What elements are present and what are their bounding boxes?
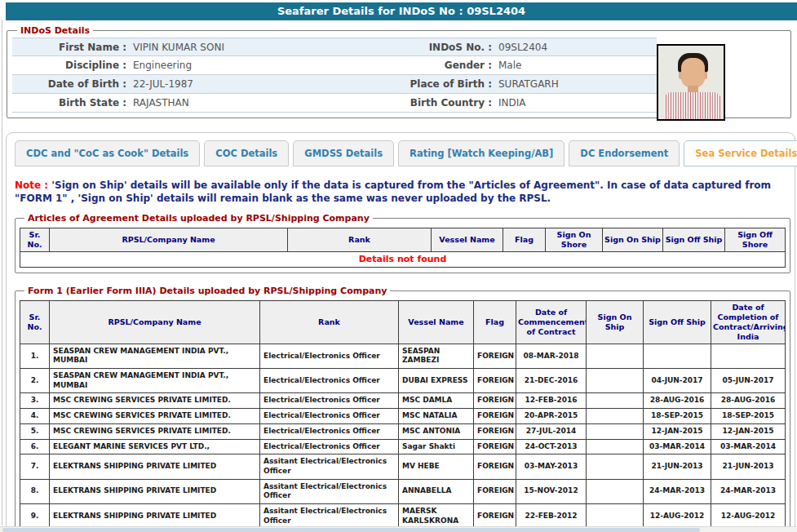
flag-cell: FOREIGN [474, 454, 516, 479]
sr-no-cell: 4. [20, 409, 50, 424]
company-cell: ELEGANT MARINE SERVICES PVT LTD., [50, 439, 260, 454]
indos-row: First Name : VIPIN KUMAR SONI INDoS No. … [12, 38, 657, 56]
indos-no-value: 09SL2404 [492, 42, 657, 53]
column-header: Flag [474, 301, 516, 344]
commencement-date-cell: 03-MAY-2013 [516, 454, 587, 479]
table-row: 2.SEASPAN CREW MANAGEMENT INDIA PVT., MU… [20, 369, 786, 393]
articles-table: Sr. No.RPSL/Company NameRankVessel NameF… [20, 228, 786, 268]
sr-no-cell: 2. [20, 369, 50, 393]
column-header: Flag [503, 228, 546, 252]
vessel-cell: Sagar Shakti [399, 439, 474, 454]
column-header: Rank [260, 301, 399, 344]
sign-off-ship-cell [644, 344, 711, 368]
tab-gmdss-details[interactable]: GMDSS Details [293, 140, 394, 166]
articles-of-agreement-fieldset: Articles of Agreement Details uploaded b… [15, 213, 790, 273]
flag-cell: FOREIGN [474, 409, 516, 424]
column-header: Date of Completion of Contract/Arriving … [711, 301, 786, 344]
scrollbar-thumb[interactable] [2, 528, 700, 532]
articles-legend: Articles of Agreement Details uploaded b… [24, 213, 373, 224]
commencement-date-cell: 21-DEC-2016 [516, 369, 587, 393]
discipline-label: Discipline : [12, 60, 126, 71]
completion-date-cell: 24-MAR-2013 [711, 479, 786, 503]
sign-on-ship-cell [587, 393, 644, 409]
gender-label: Gender : [396, 60, 492, 71]
birth-country-value: INDIA [492, 97, 657, 109]
flag-cell: FOREIGN [474, 344, 516, 368]
tab-cdc-and-coc-as-cook-details[interactable]: CDC and "CoC as Cook" Details [15, 140, 200, 166]
column-header: Rank [288, 228, 432, 252]
commencement-date-cell: 27-JUL-2014 [516, 423, 587, 439]
column-header: Vessel Name [399, 301, 474, 344]
tab-coc-details[interactable]: COC Details [204, 140, 289, 166]
sign-off-ship-cell: 28-AUG-2016 [644, 393, 711, 409]
seafarer-photo [657, 44, 725, 121]
tab-strip: CDC and "CoC as Cook" DetailsCOC Details… [7, 140, 795, 166]
page-left-border [2, 20, 2, 525]
indos-details-legend: INDoS Details [17, 25, 93, 36]
sign-off-ship-cell: 21-JUN-2013 [644, 454, 711, 479]
first-name-value: VIPIN KUMAR SONI [126, 42, 396, 53]
completion-date-cell: 03-MAR-2014 [711, 439, 786, 454]
date-of-birth-value: 22-JUL-1987 [126, 78, 396, 90]
sr-no-cell: 3. [20, 393, 50, 409]
column-header: Sign Off Ship [663, 228, 725, 252]
first-name-label: First Name : [12, 42, 126, 53]
sign-on-ship-cell [587, 454, 644, 479]
sign-on-ship-note: Note : 'Sign on Ship' details will be av… [15, 180, 786, 205]
table-row: 4.MSC CREWING SERVICES PRIVATE LIMITED.E… [20, 409, 786, 424]
column-header: Sign On Ship [587, 301, 644, 344]
rank-cell: Assitant Electrical/Electronics Officer [260, 503, 399, 528]
sign-on-ship-cell [587, 503, 644, 528]
flag-cell: FOREIGN [474, 479, 516, 503]
sign-off-ship-cell: 04-JUN-2017 [644, 369, 711, 393]
company-cell: MSC CREWING SERVICES PRIVATE LIMITED. [50, 393, 260, 409]
sign-on-ship-cell [587, 423, 644, 439]
discipline-value: Engineering [126, 60, 396, 71]
company-cell: MSC CREWING SERVICES PRIVATE LIMITED. [50, 409, 260, 424]
column-header: Sr. No. [20, 228, 50, 252]
completion-date-cell: 28-AUG-2016 [711, 393, 786, 409]
column-header: Sign On Ship [603, 228, 663, 252]
flag-cell: FOREIGN [474, 369, 516, 393]
indos-row: Discipline : Engineering Gender : Male [12, 56, 657, 75]
horizontal-scrollbar[interactable] [0, 526, 797, 532]
vessel-cell: ANNABELLA [399, 479, 474, 503]
birth-country-label: Birth Country : [396, 97, 492, 109]
note-prefix: Note : [15, 180, 48, 191]
flag-cell: FOREIGN [474, 503, 516, 528]
sign-off-ship-cell: 18-SEP-2015 [644, 409, 711, 424]
vessel-cell: MSC ANTONIA [399, 423, 474, 439]
flag-cell: FOREIGN [474, 423, 516, 439]
indos-details-fieldset: INDoS Details First Name : VIPIN KUMAR S… [7, 25, 791, 118]
column-header: RPSL/Company Name [50, 228, 288, 252]
tab-sea-service-details[interactable]: Sea Service Details [684, 140, 797, 166]
rank-cell: Electrical/Electronics Officer [260, 369, 399, 393]
birth-state-label: Birth State : [12, 97, 126, 109]
company-cell: ELEKTRANS SHIPPING PRIVATE LIMITED [50, 454, 260, 479]
sign-on-ship-cell [587, 409, 644, 424]
form1-fieldset: Form 1 (Earlier Form IIIA) Details uploa… [15, 286, 790, 532]
vessel-cell: MSC NATALIA [399, 409, 474, 424]
table-row: 7.ELEKTRANS SHIPPING PRIVATE LIMITEDAssi… [20, 454, 786, 479]
sr-no-cell: 1. [20, 344, 50, 368]
sign-off-ship-cell: 24-MAR-2013 [644, 479, 711, 503]
column-header: Sr. No. [20, 301, 50, 344]
commencement-date-cell: 15-NOV-2012 [516, 479, 587, 503]
sign-off-ship-cell: 12-AUG-2012 [644, 503, 711, 528]
rank-cell: Electrical/Electronics Officer [260, 439, 399, 454]
sign-on-ship-cell [587, 344, 644, 368]
indos-details-grid: First Name : VIPIN KUMAR SONI INDoS No. … [12, 38, 657, 113]
table-row: 6.ELEGANT MARINE SERVICES PVT LTD.,Elect… [20, 439, 786, 454]
form1-legend: Form 1 (Earlier Form IIIA) Details uploa… [24, 286, 390, 296]
tab-rating-watch-keeping-ab[interactable]: Rating [Watch Keeping/AB] [398, 140, 565, 166]
sign-off-ship-cell: 12-JAN-2015 [644, 423, 711, 439]
place-of-birth-value: SURATGARH [492, 78, 657, 90]
tab-content-panel: CDC and "CoC as Cook" DetailsCOC Details… [6, 132, 795, 532]
vessel-cell: DUBAI EXPRESS [399, 369, 474, 393]
completion-date-cell: 12-JAN-2015 [711, 423, 786, 439]
page-title: Seafarer Details for INDoS No : 09SL2404 [6, 2, 797, 20]
place-of-birth-label: Place of Birth : [396, 78, 492, 90]
commencement-date-cell: 12-FEB-2016 [516, 393, 587, 409]
tab-dc-endorsement[interactable]: DC Endorsement [569, 140, 680, 166]
company-cell: ELEKTRANS SHIPPING PRIVATE LIMITED [50, 503, 260, 528]
